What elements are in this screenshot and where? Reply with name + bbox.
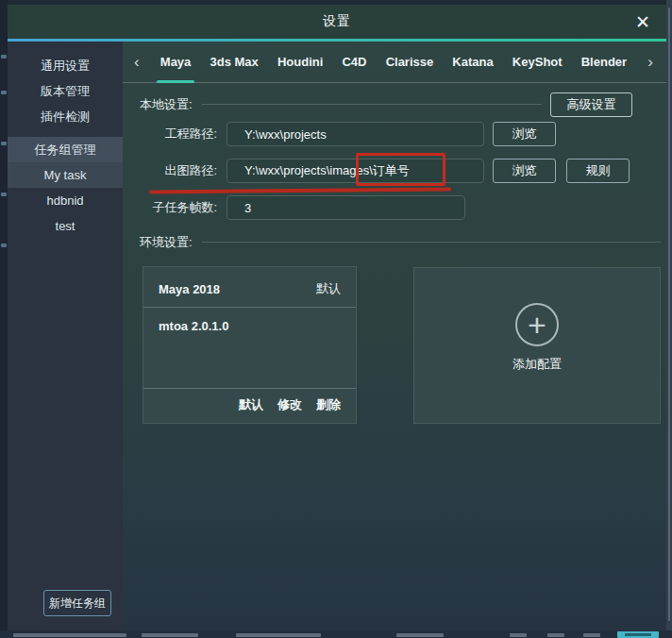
output-path-label: 出图路径:	[123, 159, 217, 183]
background-text-fragment	[547, 633, 564, 637]
add-task-group-button[interactable]: 新增任务组	[43, 590, 111, 616]
add-config-label: 添加配置	[512, 356, 562, 373]
main-panel: ‹ Maya 3ds Max Houdini C4D Clarisse Kata…	[123, 42, 666, 630]
sidebar-item-test[interactable]: test	[8, 213, 123, 239]
section-divider	[202, 242, 661, 243]
sidebar-item-my-task[interactable]: My task	[8, 162, 123, 188]
env-settings-section-label: 环境设置:	[140, 234, 193, 251]
advanced-settings-button[interactable]: 高级设置	[550, 92, 632, 117]
background-text-fragment	[1, 193, 7, 196]
tab-katana[interactable]: Katana	[452, 42, 493, 83]
env-config-card: Maya 2018 默认 mtoa 2.0.1.0 默认 修改 删除	[143, 266, 357, 424]
project-path-label: 工程路径:	[123, 122, 217, 146]
background-text-fragment	[1, 91, 7, 94]
background-window-left-edge	[0, 0, 8, 638]
dialog-title: 设置	[323, 13, 351, 30]
close-icon[interactable]: ✕	[629, 8, 657, 36]
background-window-right-edge	[666, 0, 672, 638]
tab-keyshot[interactable]: KeyShot	[512, 42, 563, 83]
sidebar-item-plugin-detection[interactable]: 插件检测	[8, 104, 123, 129]
background-text-fragment	[1, 55, 7, 59]
output-path-input[interactable]	[227, 159, 484, 183]
dcc-tabbar: ‹ Maya 3ds Max Houdini C4D Clarisse Kata…	[123, 42, 666, 83]
tab-houdini[interactable]: Houdini	[277, 42, 323, 83]
config-modify-action[interactable]: 修改	[277, 396, 302, 413]
subtask-frames-input[interactable]	[227, 195, 465, 220]
background-teal-button	[617, 631, 659, 638]
config-delete-action[interactable]: 删除	[316, 396, 341, 413]
sidebar-item-task-group-management[interactable]: 任务组管理	[8, 137, 123, 162]
annotation-red-underline	[149, 188, 451, 194]
sidebar: 通用设置 版本管理 插件检测 任务组管理 My task hdbnid test…	[8, 42, 123, 630]
subtask-frames-label: 子任务帧数:	[123, 195, 217, 220]
output-path-rule-button[interactable]: 规则	[566, 159, 630, 183]
background-text-fragment	[510, 633, 527, 637]
background-text-fragment	[396, 633, 444, 637]
tab-blender[interactable]: Blender	[581, 42, 627, 83]
default-badge: 默认	[316, 280, 341, 297]
project-path-input[interactable]	[227, 122, 484, 146]
sidebar-item-version-management[interactable]: 版本管理	[8, 78, 123, 104]
background-text-fragment	[1, 142, 7, 145]
project-path-browse-button[interactable]: 浏览	[493, 122, 556, 146]
config-default-action[interactable]: 默认	[239, 396, 263, 413]
background-window-bottom-edge	[0, 630, 672, 638]
tabs-scroll-right-icon[interactable]: ›	[646, 53, 655, 72]
local-settings-section-label: 本地设置:	[140, 96, 193, 113]
background-text-fragment	[583, 633, 600, 637]
sidebar-item-hdbnid[interactable]: hdbnid	[8, 188, 123, 213]
config-plugin: mtoa 2.0.1.0	[143, 308, 356, 333]
output-path-browse-button[interactable]: 浏览	[493, 159, 556, 183]
titlebar: 设置 ✕	[8, 5, 666, 39]
sidebar-item-general-settings[interactable]: 通用设置	[8, 53, 123, 78]
tabs-scroll-left-icon[interactable]: ‹	[132, 53, 142, 72]
tab-c4d[interactable]: C4D	[342, 42, 366, 83]
section-divider	[202, 104, 542, 105]
tab-maya[interactable]: Maya	[160, 42, 192, 83]
background-text-fragment	[1, 243, 7, 247]
settings-dialog: 设置 ✕ 通用设置 版本管理 插件检测 任务组管理 My task hdbnid…	[8, 5, 666, 630]
tab-clarisse[interactable]: Clarisse	[386, 42, 434, 83]
plus-circle-icon[interactable]: +	[515, 303, 559, 346]
config-name: Maya 2018	[159, 282, 220, 296]
background-text-fragment	[236, 633, 321, 637]
background-text-fragment	[142, 633, 198, 637]
background-text-fragment	[13, 633, 126, 637]
background-scrollbar	[668, 8, 670, 621]
tab-3dsmax[interactable]: 3ds Max	[210, 42, 258, 83]
add-config-card[interactable]: + 添加配置	[413, 267, 661, 424]
